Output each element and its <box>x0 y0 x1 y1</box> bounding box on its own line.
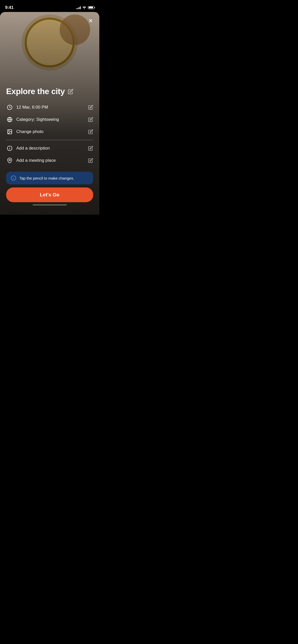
info-icon <box>6 145 13 152</box>
meeting-place-text: Add a meeting place <box>16 158 85 163</box>
home-indicator <box>33 204 67 206</box>
lets-go-label: Let's Go <box>40 192 60 197</box>
description-text: Add a description <box>16 146 85 151</box>
close-button[interactable] <box>86 16 95 25</box>
category-text: Category: Sightseeing <box>16 117 85 122</box>
meeting-place-edit-button[interactable] <box>88 158 93 163</box>
category-row: Category: Sightseeing <box>6 113 93 126</box>
info-circle-icon <box>11 175 16 181</box>
datetime-row: 12 Mar, 6:00 PM <box>6 101 93 113</box>
event-title-row: Explore the city <box>6 87 93 96</box>
datetime-edit-button[interactable] <box>88 105 93 110</box>
description-edit-button[interactable] <box>88 146 93 151</box>
content-area: Explore the city 12 Mar, 6:00 PM <box>0 87 99 215</box>
description-row: Add a description <box>6 142 93 154</box>
clock-icon <box>6 104 13 111</box>
datetime-text: 12 Mar, 6:00 PM <box>16 105 85 110</box>
svg-point-6 <box>8 130 9 131</box>
info-banner: Tap the pencil to make changes. <box>6 172 93 184</box>
lets-go-button[interactable]: Let's Go <box>6 187 93 202</box>
photo-row: Change photo <box>6 126 93 138</box>
section-divider <box>6 140 93 140</box>
battery-icon <box>88 6 94 9</box>
signal-icon <box>76 6 81 9</box>
location-icon <box>6 157 13 164</box>
wifi-icon <box>82 6 86 9</box>
svg-point-10 <box>9 159 10 161</box>
meeting-place-row: Add a meeting place <box>6 154 93 167</box>
event-title: Explore the city <box>6 87 65 96</box>
main-card: Explore the city 12 Mar, 6:00 PM <box>0 12 99 215</box>
status-icons <box>76 6 94 9</box>
status-time: 9:41 <box>5 5 13 10</box>
title-edit-button[interactable] <box>68 89 73 94</box>
photo-edit-button[interactable] <box>88 129 93 134</box>
category-edit-button[interactable] <box>88 117 93 122</box>
globe-icon <box>6 116 13 123</box>
status-bar: 9:41 <box>0 0 99 12</box>
image-icon <box>6 128 13 135</box>
photo-text: Change photo <box>16 129 85 134</box>
info-banner-text: Tap the pencil to make changes. <box>19 176 74 180</box>
